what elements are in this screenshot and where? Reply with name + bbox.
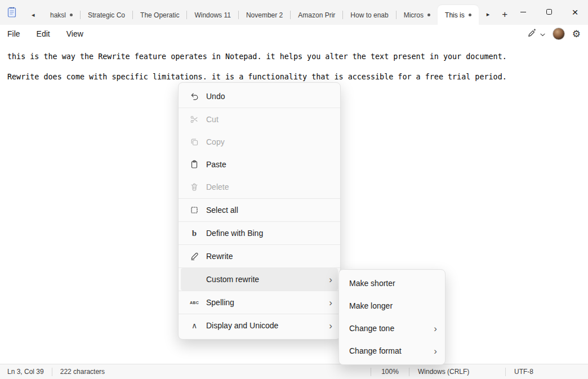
tab-the-operatic[interactable]: The Operatic [133, 5, 186, 25]
tab-amazon-prime[interactable]: Amazon Prir [291, 5, 342, 25]
spelling-icon: ABC [189, 301, 200, 305]
document-line-1: this is the way the Rewrite feature oper… [7, 52, 588, 62]
chevron-right-icon: › [434, 324, 437, 333]
add-tab-button[interactable]: + [502, 10, 507, 19]
pen-sparkle-icon [527, 28, 537, 40]
menu-bar-actions: ⚙ [527, 28, 588, 40]
menu-edit[interactable]: Edit [30, 28, 57, 40]
maximize-icon [546, 9, 552, 15]
submenu-item-make-shorter[interactable]: Make shorter [341, 272, 443, 295]
context-menu-item-select-all[interactable]: Select all [181, 199, 338, 221]
status-bar: Ln 3, Col 39 222 characters 100% Windows… [0, 364, 588, 379]
submenu-item-make-longer[interactable]: Make longer [341, 295, 443, 317]
context-menu-item-rewrite[interactable]: Rewrite [181, 245, 338, 267]
status-cursor-position: Ln 3, Col 39 [0, 368, 52, 376]
menu-file[interactable]: File [1, 28, 27, 40]
title-tab-bar: ◂ haksl Strategic Co The Operatic Window… [0, 0, 588, 25]
chevron-right-icon: › [329, 275, 332, 284]
status-character-count: 222 characters [52, 368, 113, 376]
maximize-button[interactable] [536, 0, 562, 24]
tab-strip: haksl Strategic Co The Operatic Windows … [43, 5, 507, 25]
tab-label: How to enab [350, 11, 388, 19]
unsaved-dot [469, 14, 471, 16]
bing-icon: b [189, 229, 200, 238]
context-menu-item-delete: Delete [181, 176, 338, 198]
tab-label: The Operatic [140, 11, 179, 19]
chevron-right-icon: › [434, 346, 437, 356]
rewrite-icon [189, 252, 200, 261]
tab-label: November 2 [246, 11, 283, 19]
unsaved-dot [70, 14, 73, 16]
tab-this-is-active[interactable]: This is [438, 5, 479, 25]
cut-icon [189, 115, 200, 124]
custom-rewrite-submenu: Make shorter Make longer Change tone › C… [338, 269, 446, 365]
document-line-3: Rewrite does come with specific limitati… [7, 72, 588, 82]
rewrite-copilot-button[interactable] [527, 28, 545, 40]
tab-scroll-left-button[interactable]: ◂ [32, 12, 35, 18]
unsaved-dot [427, 14, 430, 16]
context-menu-item-define-with-bing[interactable]: b Define with Bing [181, 222, 338, 244]
tab-haksl[interactable]: haksl [43, 5, 80, 25]
submenu-item-change-format[interactable]: Change format › [341, 340, 443, 362]
select-all-icon [189, 206, 200, 215]
tab-scroll-right-button[interactable]: ▸ [487, 11, 490, 17]
chevron-down-icon [540, 30, 545, 38]
context-menu-item-paste[interactable]: Paste [181, 153, 338, 176]
chevron-right-icon: › [329, 298, 332, 307]
tab-how-to-enab[interactable]: How to enab [343, 5, 395, 25]
status-encoding: UTF-8 [506, 368, 588, 376]
tab-label: Windows 11 [194, 11, 230, 19]
menu-bar: File Edit View ⚙ [0, 25, 588, 43]
paste-icon [189, 160, 200, 169]
status-line-ending: Windows (CRLF) [409, 368, 505, 376]
context-menu-item-custom-rewrite[interactable]: Custom rewrite › [181, 268, 338, 291]
minimize-icon [520, 12, 526, 12]
display-unicode-icon: ∧ [189, 321, 200, 330]
context-menu-item-undo[interactable]: Undo [181, 85, 338, 108]
tab-label: Strategic Co [88, 11, 125, 19]
menu-view[interactable]: View [60, 28, 90, 40]
context-menu: Undo Cut Copy Paste Delete Select all b [178, 82, 341, 340]
submenu-item-change-tone[interactable]: Change tone › [341, 317, 443, 340]
context-menu-item-display-and-unicode[interactable]: ∧ Display and Unicode › [181, 314, 338, 337]
menu-bar-items: File Edit View [1, 28, 90, 40]
minimize-button[interactable] [510, 0, 536, 24]
document-line-2 [7, 62, 588, 72]
context-menu-item-spelling[interactable]: ABC Spelling › [181, 291, 338, 314]
copy-icon [189, 137, 200, 146]
tab-micros[interactable]: Micros [397, 5, 438, 25]
close-button[interactable]: × [562, 0, 588, 24]
tab-november-2[interactable]: November 2 [239, 5, 290, 25]
context-menu-item-copy: Copy [181, 131, 338, 153]
context-menu-item-cut: Cut [181, 108, 338, 131]
account-avatar [553, 28, 565, 40]
window-controls: × [510, 0, 588, 25]
notepad-app-icon [6, 6, 17, 18]
chevron-right-icon: › [329, 321, 332, 331]
tab-label: Amazon Prir [298, 11, 335, 19]
undo-icon [189, 92, 200, 101]
tab-label: haksl [50, 11, 66, 19]
close-icon: × [572, 7, 578, 17]
tab-windows-11[interactable]: Windows 11 [187, 5, 238, 25]
tab-label: Micros [404, 11, 424, 19]
status-zoom: 100% [371, 368, 409, 376]
tab-strategic-co[interactable]: Strategic Co [81, 5, 132, 25]
account-button[interactable] [553, 28, 565, 40]
settings-button[interactable]: ⚙ [572, 29, 581, 39]
delete-icon [189, 182, 200, 191]
tab-label: This is [445, 11, 465, 19]
